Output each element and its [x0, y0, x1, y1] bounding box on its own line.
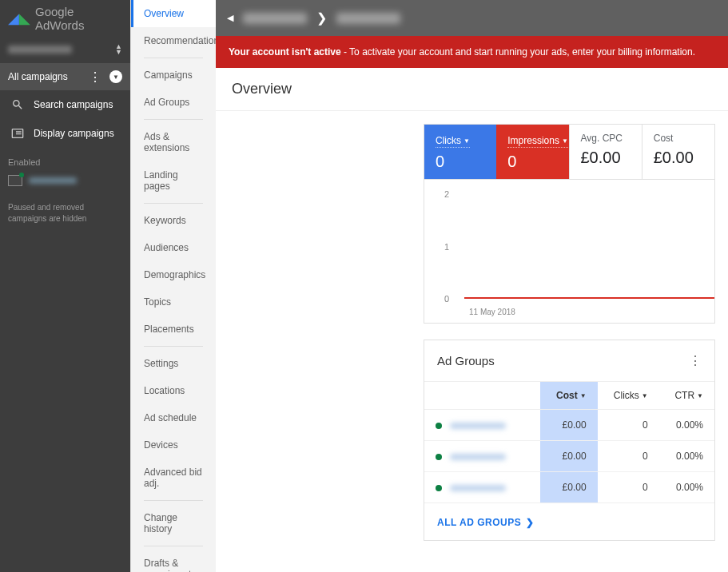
- adgroup-name: [450, 423, 506, 429]
- more-vert-icon[interactable]: ⋮: [689, 353, 702, 368]
- chart-xlabel: 11 May 2018: [469, 308, 515, 316]
- brand-text: Google AdWords: [35, 5, 122, 32]
- stat-cost-value: £0.00: [654, 149, 703, 167]
- chevron-right-icon: ❯: [316, 10, 327, 26]
- table-row[interactable]: £0.00 0 0.00%: [424, 441, 714, 472]
- subnav-audiences[interactable]: Audiences: [131, 234, 216, 261]
- table-row[interactable]: £0.00 0 0.00%: [424, 472, 714, 503]
- stat-clicks-value: 0: [436, 153, 485, 171]
- collapse-circle-icon[interactable]: ▼: [109, 70, 122, 83]
- adgroup-name: [450, 485, 506, 491]
- caret-down-icon: ▼: [463, 137, 470, 145]
- alert-text: - To activate your account and start run…: [341, 46, 695, 58]
- performance-chart: 2 1 0 11 May 2018: [424, 180, 715, 324]
- chevron-right-icon: ❯: [526, 517, 535, 528]
- subnav-advanced-bid[interactable]: Advanced bid adj.: [131, 459, 216, 497]
- stat-cpc-label: Avg. CPC: [581, 133, 631, 144]
- paused-hidden-text: Paused and removed campaigns are hidden: [0, 193, 130, 234]
- subnav-topics[interactable]: Topics: [131, 288, 216, 316]
- subnav-ads-extensions[interactable]: Ads & extensions: [131, 123, 216, 161]
- all-ad-groups-link[interactable]: ALL AD GROUPS ❯: [437, 517, 535, 528]
- page-title: Overview: [232, 81, 712, 97]
- row-ctr: 0.00%: [659, 441, 714, 472]
- ad-groups-table: Cost ▼ Clicks ▼ CTR ▼ £0.00 0 0.00%: [424, 381, 714, 503]
- row-clicks: 0: [598, 472, 659, 503]
- ytick-0: 0: [444, 294, 449, 304]
- caret-down-icon: ▼: [562, 137, 568, 145]
- breadcrumb-back-icon[interactable]: ◀: [227, 13, 233, 23]
- ytick-1: 1: [444, 242, 449, 252]
- subnav-change-history[interactable]: Change history: [131, 504, 216, 542]
- ad-groups-card: Ad Groups ⋮ Cost ▼ Clicks ▼ CTR ▼: [424, 340, 715, 541]
- caret-down-icon: ▼: [580, 392, 587, 399]
- subnav-settings[interactable]: Settings: [131, 350, 216, 377]
- caret-down-icon: ▼: [642, 392, 648, 399]
- subnav-ad-groups[interactable]: Ad Groups: [131, 89, 216, 116]
- main-sidebar: ◢◣ Google AdWords ▲▼ All campaigns ⋮ ▼ S…: [0, 0, 130, 572]
- row-ctr: 0.00%: [659, 410, 714, 441]
- col-ctr[interactable]: CTR ▼: [659, 382, 714, 410]
- status-dot-icon: [436, 423, 442, 429]
- row-cost: £0.00: [540, 410, 597, 441]
- stat-impressions-label: Impressions: [507, 135, 559, 146]
- subnav-overview[interactable]: Overview: [131, 0, 216, 27]
- account-selector[interactable]: ▲▼: [0, 36, 130, 63]
- breadcrumb-item[interactable]: [336, 13, 400, 24]
- row-cost: £0.00: [540, 472, 597, 503]
- stat-avg-cpc[interactable]: Avg. CPC £0.00: [569, 125, 642, 179]
- status-dot-icon: [436, 454, 442, 460]
- stat-impressions[interactable]: Impressions ▼ 0: [496, 125, 568, 179]
- subnav-campaigns[interactable]: Campaigns: [131, 62, 216, 89]
- search-icon: [11, 98, 24, 111]
- row-ctr: 0.00%: [659, 472, 714, 503]
- row-clicks: 0: [598, 441, 659, 472]
- breadcrumb-item[interactable]: [243, 13, 307, 24]
- stat-clicks[interactable]: Clicks ▼ 0: [424, 125, 496, 179]
- adwords-logo-icon: ◢◣: [8, 10, 30, 27]
- stat-clicks-label: Clicks: [436, 135, 461, 146]
- alert-bold-text: Your account isn't active: [229, 46, 341, 58]
- row-cost: £0.00: [540, 441, 597, 472]
- col-cost[interactable]: Cost ▼: [540, 382, 597, 410]
- stat-cost-label: Cost: [654, 133, 703, 144]
- campaign-name: [29, 177, 77, 184]
- table-row[interactable]: £0.00 0 0.00%: [424, 410, 714, 441]
- subnav-locations[interactable]: Locations: [131, 377, 216, 404]
- caret-down-icon: ▼: [697, 392, 703, 399]
- subnav-demographics[interactable]: Demographics: [131, 261, 216, 288]
- all-campaigns-row[interactable]: All campaigns ⋮ ▼: [0, 63, 130, 90]
- ad-groups-title: Ad Groups: [437, 354, 495, 367]
- subnav-drafts[interactable]: Drafts & experiments: [131, 550, 216, 572]
- search-campaigns-label: Search campaigns: [34, 99, 113, 110]
- display-icon: [11, 127, 24, 140]
- subnav-ad-schedule[interactable]: Ad schedule: [131, 404, 216, 431]
- breadcrumb: ◀ ❯: [216, 0, 728, 36]
- subnav-landing-pages[interactable]: Landing pages: [131, 161, 216, 200]
- stat-cost[interactable]: Cost £0.00: [642, 125, 714, 179]
- adgroup-name: [450, 454, 506, 460]
- enabled-label: Enabled: [8, 157, 122, 167]
- sub-navigation: Overview Recommendations Campaigns Ad Gr…: [130, 0, 216, 572]
- subnav-placements[interactable]: Placements: [131, 316, 216, 343]
- subnav-recommendations[interactable]: Recommendations: [131, 27, 216, 54]
- status-dot-icon: [436, 485, 442, 491]
- alert-banner[interactable]: Your account isn't active - To activate …: [216, 36, 728, 68]
- row-clicks: 0: [598, 410, 659, 441]
- brand-logo: ◢◣ Google AdWords: [0, 0, 130, 36]
- chart-line: [464, 297, 714, 299]
- display-campaigns-label: Display campaigns: [34, 128, 114, 139]
- enabled-campaign-item[interactable]: [8, 175, 122, 186]
- col-clicks[interactable]: Clicks ▼: [598, 382, 659, 410]
- campaign-type-icon: [8, 175, 22, 186]
- stats-summary: Clicks ▼ 0 Impressions ▼ 0 Avg. CPC £0.0…: [424, 124, 715, 180]
- expand-icon: ▲▼: [115, 44, 122, 55]
- sidebar-item-search-campaigns[interactable]: Search campaigns: [0, 90, 130, 119]
- sidebar-item-display-campaigns[interactable]: Display campaigns: [0, 119, 130, 148]
- stat-cpc-value: £0.00: [581, 149, 631, 167]
- account-name: [8, 46, 72, 54]
- subnav-keywords[interactable]: Keywords: [131, 207, 216, 234]
- subnav-devices[interactable]: Devices: [131, 431, 216, 459]
- ytick-2: 2: [444, 189, 449, 199]
- all-campaigns-label: All campaigns: [8, 71, 68, 82]
- more-vert-icon[interactable]: ⋮: [89, 70, 101, 85]
